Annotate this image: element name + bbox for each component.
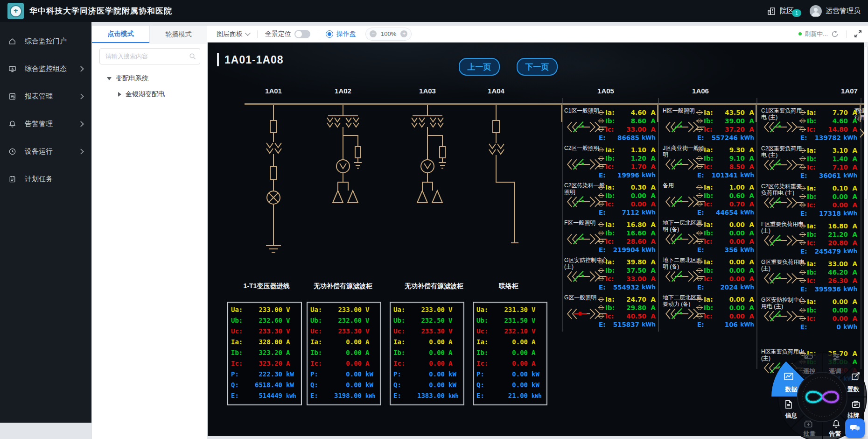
home-icon xyxy=(8,37,16,45)
zoom-in-button[interactable]: + xyxy=(400,30,407,37)
sidebar-item-label: 设备运行 xyxy=(25,147,53,156)
meter-row: Ia:0.00A xyxy=(476,338,544,349)
hospital-emblem-icon: ✚ xyxy=(10,5,22,17)
user-label: 运营管理员 xyxy=(826,7,861,15)
ct-circle-icon xyxy=(599,164,603,169)
meter-panel-0: Ua:233.00VUb:232.60VUc:233.30VIa:328.00A… xyxy=(227,302,302,405)
radial-item-label: 数据 xyxy=(784,386,798,393)
feeder-item[interactable]: C1区重要负荷用电 (主)Ia:7.70AIb:4.60AIc:14.80AE:… xyxy=(761,108,857,145)
caret-right-icon[interactable] xyxy=(118,92,121,97)
feeder-energy-row: E:17318kWh xyxy=(800,209,857,218)
scada-canvas[interactable]: 1A01-1A08 上一页 下一页 xyxy=(208,42,864,436)
feeder-phase-row: Ia:39.80A xyxy=(599,258,656,266)
feeder-item[interactable]: J区商业街一般照明Ia:9.30AIb:9.10AIc:8.50AE:10134… xyxy=(663,146,754,182)
sidebar-item-label: 告警管理 xyxy=(25,120,53,128)
ct-circle-icon xyxy=(697,148,702,152)
meter-panel-3: Ua:231.30VUb:231.50VUc:232.10VIa:0.00AIb… xyxy=(473,302,547,405)
meter-row: Ua:231.30V xyxy=(476,306,544,317)
chat-button[interactable] xyxy=(845,418,865,438)
refresh-icon[interactable] xyxy=(831,30,839,38)
ct-circle-icon xyxy=(697,268,702,273)
ct-circle-icon xyxy=(800,299,805,304)
user-menu[interactable]: 运营管理员 xyxy=(810,5,861,17)
operation-disc-radio[interactable]: 操作盘 xyxy=(326,30,356,38)
feeder-energy-row: E:101341kWh xyxy=(697,171,754,179)
sidebar-item-1[interactable]: 综合监控组态 xyxy=(0,55,91,83)
sidebar-item-3[interactable]: 告警管理 xyxy=(0,110,91,138)
radial-item-label: 信息 xyxy=(784,412,797,419)
sidebar-item-0[interactable]: 综合监控门户 xyxy=(0,28,91,55)
layer-panel-dropdown[interactable]: 图层面板 xyxy=(217,30,250,38)
sidebar-item-label: 综合监控组态 xyxy=(25,64,67,73)
feeder-item[interactable]: 备用Ia:1.00AIb:0.60AIc:0.70AE:44654kWh xyxy=(663,183,754,220)
fullscreen-icon[interactable] xyxy=(854,30,862,38)
ct-circle-icon xyxy=(697,305,702,310)
ct-circle-icon xyxy=(800,241,805,245)
feeder-item[interactable]: F区重要负荷用电 (主)Ia:16.80AIb:21.20AIc:20.80AE… xyxy=(761,222,857,258)
ct-circle-icon xyxy=(697,202,702,206)
tree-node-jinyinhu[interactable]: 金银湖变配电 xyxy=(92,86,207,102)
ct-circle-icon xyxy=(599,260,603,264)
meter-row: Ua:233.00V xyxy=(310,306,378,317)
feeder-phase-row: Ia:0.00A xyxy=(697,220,754,229)
feeder-item[interactable]: C2区传染科重要负荷用电 (主)Ia:0.10AIb:0.00AIc:0.00A… xyxy=(761,184,857,220)
feeder-item[interactable]: 地下二层北区照明 (备)Ia:0.00AIb:0.00AIc:0.00AE:20… xyxy=(663,258,754,294)
chevron-right-icon xyxy=(78,149,84,155)
sidebar-item-5[interactable]: 计划任务 xyxy=(0,165,91,193)
feeder-item[interactable]: F区一般照明Ia:16.80AIb:16.60AIc:28.60AE:21990… xyxy=(564,220,656,257)
feeder-item[interactable]: G区安防控制中心用电 (主)Ia:0.00AIb:0.00AIc:0.00AE:… xyxy=(761,297,857,334)
sidebar-item-label: 综合监控门户 xyxy=(25,37,67,46)
chevron-right-icon xyxy=(78,93,84,99)
cabinet-label: 无功补偿有源滤波柜 xyxy=(405,282,463,290)
breaker-closed-icon[interactable] xyxy=(761,309,806,324)
scrollbar-thumb[interactable] xyxy=(865,46,868,200)
feeder-phase-row: Ib:0.00A xyxy=(697,266,754,275)
meter-row: Ib:0.00A xyxy=(310,349,378,360)
feeder-phase-row: Ic:20.80A xyxy=(800,239,857,247)
sidebar-item-2[interactable]: 报表管理 xyxy=(0,83,91,110)
tab-click-mode[interactable]: 点击模式 xyxy=(92,26,149,43)
feeder-item[interactable]: C1区一般照明Ia:4.60AIb:8.60AIc:33.00AE:86685k… xyxy=(564,108,656,145)
panorama-toggle[interactable] xyxy=(294,30,310,38)
feeder-item[interactable]: C2区传染科一般照明Ia:0.30AIb:0.00AIc:0.00AE:7112… xyxy=(564,183,656,220)
explorer-panel: 点击模式 轮播模式 变配电系统 金银湖变配电 xyxy=(91,26,207,439)
ct-circle-icon xyxy=(599,231,603,235)
feeder-phase-row: Ib:4.60A xyxy=(800,117,857,125)
tree-node-power-system[interactable]: 变配电系统 xyxy=(92,71,207,86)
ct-circle-icon xyxy=(599,268,603,273)
feeder-item[interactable]: H区一般照明Ia:43.50AIb:39.00AIc:37.20AE:55724… xyxy=(663,108,754,145)
feeder-item[interactable]: G区重要负荷用电 (主)Ia:33.00AIb:46.20AIc:26.30AE… xyxy=(761,260,857,296)
search-input[interactable] xyxy=(105,52,189,60)
zoom-out-button[interactable]: − xyxy=(370,30,377,37)
feeder-item[interactable]: C2区一般照明Ia:1.10AIb:1.20AIc:1.70AE:19996kW… xyxy=(564,146,656,182)
feeder-item[interactable]: C2区重要负荷用电 (主)Ia:3.10AIb:1.40AIc:7.10AE:3… xyxy=(761,146,857,183)
feeder-energy-row: E:19996kWh xyxy=(599,171,656,179)
feeder-phase-row: Ic:33.00A xyxy=(599,125,656,134)
feeder-energy-row: E:557246kWh xyxy=(697,134,754,142)
campus-switcher[interactable]: 院区 1 xyxy=(767,7,794,16)
breaker-closed-icon[interactable] xyxy=(761,271,806,286)
ct-circle-icon xyxy=(599,185,603,190)
feeder-phase-row: Ia:24.70A xyxy=(599,295,656,304)
cabinet-label: 无功补偿有源滤波柜 xyxy=(314,282,372,290)
breaker-closed-icon[interactable] xyxy=(761,195,806,210)
tab-carousel-mode[interactable]: 轮播模式 xyxy=(149,26,207,43)
feeder-item[interactable]: 地下一层北区照明 (备)Ia:0.00AIb:0.00AIc:0.00AE:35… xyxy=(663,220,754,257)
feeder-phase-row: Ia:9.30A xyxy=(697,146,754,154)
sidebar-item-4[interactable]: 设备运行 xyxy=(0,138,91,165)
feeder-item[interactable]: 地下二层北区重要动力 (备)Ia:0.00AIb:0.00AIc:0.00AE:… xyxy=(663,295,754,332)
feeder-item[interactable]: G区安防控制中心 (主)Ia:39.80AIb:37.50AIc:33.00AE… xyxy=(564,258,656,294)
feeder-phase-row: Ic:8.50A xyxy=(697,163,754,171)
feeder-item[interactable]: G区一般照明Ia:24.70AIb:29.80AIc:40.50AE:51583… xyxy=(564,295,656,332)
caret-down-icon[interactable] xyxy=(107,77,112,80)
meter-row: Uc:233.30V xyxy=(231,327,298,338)
meter-row: E:514449kWh xyxy=(231,392,298,403)
feeder-phase-row: Ib:9.10A xyxy=(697,154,754,163)
breaker-closed-icon[interactable] xyxy=(761,120,806,135)
breaker-closed-icon[interactable] xyxy=(761,157,806,172)
meter-row: Ub:231.50V xyxy=(476,317,544,327)
panorama-label: 全景定位 xyxy=(265,30,291,38)
ct-circle-icon xyxy=(697,193,702,198)
breaker-closed-icon[interactable] xyxy=(761,233,806,248)
meter-row: Ic:0.00A xyxy=(476,360,544,370)
